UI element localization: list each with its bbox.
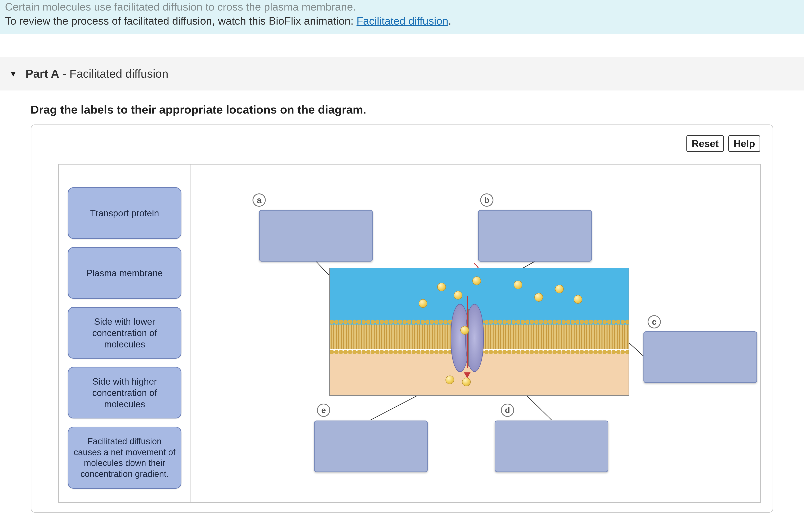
slot-marker-a: a xyxy=(253,193,266,207)
slot-marker-e: e xyxy=(317,404,330,417)
molecule-icon xyxy=(514,281,523,289)
label-transport-protein[interactable]: Transport protein xyxy=(68,187,181,239)
drop-slot-b[interactable] xyxy=(478,210,592,262)
part-label: Part A xyxy=(25,67,59,80)
part-subtitle: Facilitated diffusion xyxy=(69,67,168,80)
molecule-icon xyxy=(445,376,454,384)
molecule-icon xyxy=(573,295,582,304)
label-higher-concentration[interactable]: Side with higher concentration of molecu… xyxy=(68,367,181,418)
molecule-icon xyxy=(437,283,446,291)
activity-inner-frame: Transport protein Plasma membrane Side w… xyxy=(58,164,761,503)
label-facilitated-diffusion-statement[interactable]: Facilitated diffusion causes a net movem… xyxy=(68,427,181,489)
drop-slot-c[interactable] xyxy=(643,331,757,383)
label-plasma-membrane[interactable]: Plasma membrane xyxy=(68,247,181,299)
molecule-icon xyxy=(460,326,469,335)
intro-line-2: To review the process of facilitated dif… xyxy=(5,14,799,28)
intro-banner: Certain molecules use facilitated diffus… xyxy=(0,0,804,34)
activity-toolbar: Reset Help xyxy=(687,135,760,152)
slot-marker-b: b xyxy=(480,193,493,207)
drop-slot-e[interactable] xyxy=(314,420,428,472)
flux-arrow-icon xyxy=(467,296,468,378)
membrane-illustration xyxy=(329,268,629,396)
intro-line-2-suffix: . xyxy=(449,15,451,27)
slot-marker-d: d xyxy=(501,404,514,417)
collapse-caret-icon[interactable]: ▼ xyxy=(9,70,17,78)
molecule-icon xyxy=(419,299,427,308)
intro-line-2-prefix: To review the process of facilitated dif… xyxy=(5,15,357,27)
diagram-area: a b c d e xyxy=(191,165,761,502)
part-title: Part A - Facilitated diffusion xyxy=(25,67,168,80)
channel-protein xyxy=(451,304,484,372)
molecule-icon xyxy=(534,293,543,302)
label-lower-concentration[interactable]: Side with lower concentration of molecul… xyxy=(68,307,181,359)
molecule-icon xyxy=(454,291,462,300)
intro-line-1: Certain molecules use facilitated diffus… xyxy=(5,0,799,14)
molecule-icon xyxy=(472,277,481,285)
help-button[interactable]: Help xyxy=(728,135,760,152)
drop-slot-a[interactable] xyxy=(259,210,373,262)
slot-marker-c: c xyxy=(647,315,661,328)
drop-slot-d[interactable] xyxy=(495,420,608,472)
part-header[interactable]: ▼ Part A - Facilitated diffusion xyxy=(0,57,804,91)
activity-instruction: Drag the labels to their appropriate loc… xyxy=(0,91,804,125)
part-separator: - xyxy=(59,67,69,80)
molecule-icon xyxy=(555,285,564,293)
reset-button[interactable]: Reset xyxy=(687,135,724,152)
molecule-icon xyxy=(462,378,471,386)
label-palette: Transport protein Plasma membrane Side w… xyxy=(59,165,191,502)
activity-frame: Reset Help Transport protein Plasma memb… xyxy=(31,125,773,513)
bioflix-link[interactable]: Facilitated diffusion xyxy=(357,15,448,27)
